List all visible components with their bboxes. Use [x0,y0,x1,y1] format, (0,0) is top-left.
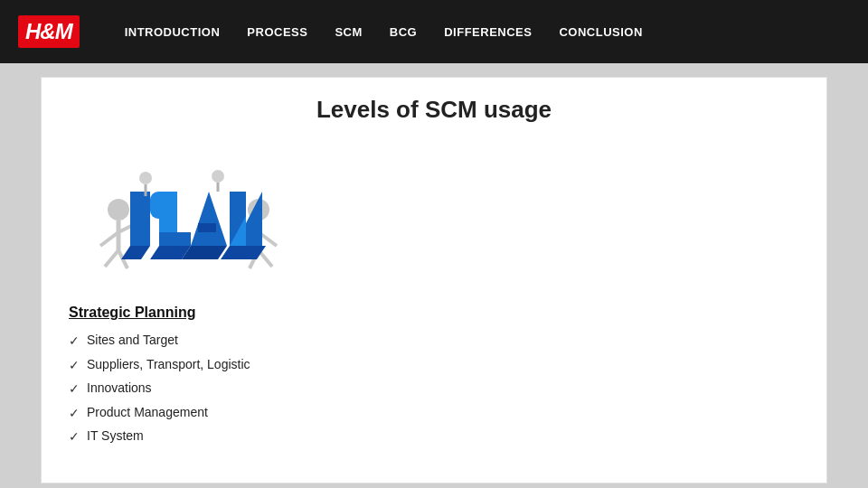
list-item: ✓ Sites and Target [69,332,799,351]
list-item: ✓ Innovations [69,380,799,399]
list-item-text-2: Suppliers, Transport, Logistic [87,356,250,374]
svg-point-0 [108,199,129,221]
logo-text: H&M [25,19,72,43]
list-item-text-5: IT System [87,427,144,446]
svg-rect-12 [130,192,150,246]
list-item-text-1: Sites and Target [87,332,178,350]
svg-marker-23 [221,246,266,259]
logo-box: H&M [18,15,80,48]
check-icon-1: ✓ [69,333,80,351]
nav-differences[interactable]: DIFFERENCES [444,25,532,39]
svg-point-24 [139,172,152,184]
logo-container: H&M [18,15,80,48]
svg-marker-18 [191,192,227,246]
nav-scm[interactable]: SCM [335,25,362,39]
page-title: Levels of SCM usage [69,96,799,124]
plan-image [69,142,304,286]
nav-introduction[interactable]: INTRODUCTION [125,25,221,39]
check-icon-2: ✓ [69,357,80,375]
svg-marker-14 [121,246,150,259]
svg-rect-19 [198,223,216,232]
check-icon-3: ✓ [69,380,80,399]
nav-items: INTRODUCTION PROCESS SCM BCG DIFFERENCES… [125,25,850,39]
nav-process[interactable]: PROCESS [247,25,307,39]
svg-line-2 [100,232,118,246]
list-item-text-3: Innovations [87,380,152,398]
content-area: Levels of SCM usage [41,77,827,483]
section-title: Strategic Planning [69,305,799,321]
nav-conclusion[interactable]: CONCLUSION [559,25,642,39]
list-item: ✓ Suppliers, Transport, Logistic [69,356,799,375]
plan-illustration [69,142,304,286]
list-item-text-4: Product Management [87,404,208,422]
nav-bcg[interactable]: BCG [390,25,417,39]
check-icon-5: ✓ [69,428,80,446]
list-item: ✓ IT System [69,427,799,446]
svg-rect-16 [159,232,191,246]
navbar: H&M INTRODUCTION PROCESS SCM BCG DIFFERE… [0,0,868,63]
checklist: ✓ Sites and Target ✓ Suppliers, Transpor… [69,332,799,446]
check-icon-4: ✓ [69,405,80,423]
list-item: ✓ Product Management [69,404,799,423]
svg-line-4 [105,250,118,267]
svg-point-26 [212,170,224,183]
